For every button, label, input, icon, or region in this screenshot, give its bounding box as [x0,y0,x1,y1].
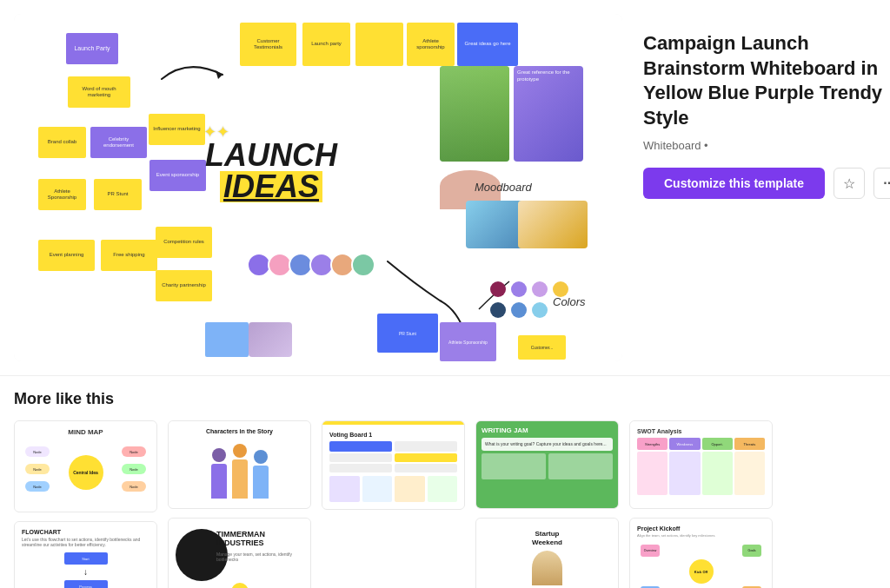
color-swatch [511,281,527,297]
thumbnail-card-voting[interactable]: Voting Board 1 [322,420,465,510]
sticky-note: Customer... [518,335,566,360]
thumb-column-4: WRITING JAM What is your writing goal? C… [475,420,619,588]
avatar [351,253,375,277]
sticky-note: Athlete Sponsorship [38,179,86,210]
template-subtitle: Whiteboard • [643,139,890,152]
ellipsis-icon: ··· [883,175,890,191]
sticky-note: Charity partnership [156,270,212,301]
color-swatch [532,281,548,297]
whiteboard-canvas: Launch Party Word of mouth marketing Bra… [14,14,622,361]
sticky-note: Influencer marketing [149,114,205,145]
template-title: Campaign Launch Brainstorm Whiteboard in… [643,31,890,130]
sticky-note: Athlete Sponsorship [440,322,496,361]
thumbnail-card-mindmap[interactable]: MIND MAP Central Idea Node Node Node Nod… [14,420,157,512]
sticky-note: Event sponsorship [149,160,206,191]
thumb-column-5: SWOT Analysis Strengths Weakness Opport.… [629,420,773,588]
sticky-note: Competition rules [156,227,212,258]
customize-button[interactable]: Customize this template [643,168,825,199]
sticky-note: Launch party [302,23,350,66]
colors-label: Colors [553,295,586,308]
star-button[interactable]: ☆ [834,168,865,199]
color-swatch [511,302,527,318]
sticky-note: PR Stunt [377,314,438,353]
color-swatch [490,281,506,297]
sticky-note [355,23,403,66]
more-section: More like this MIND MAP Central Idea Nod… [0,376,890,588]
color-swatch [490,302,506,318]
thumbnails-grid: MIND MAP Central Idea Node Node Node Nod… [14,420,876,588]
sticky-note: Word of mouth marketing [68,76,130,108]
sticky-note: Athlete sponsorship [407,23,455,66]
launch-ideas-text: LAUNCH IDEAS [205,140,337,202]
moodboard-image: Great reference for the prototype [514,66,583,162]
thumbnail-card-swot[interactable]: SWOT Analysis Strengths Weakness Opport.… [629,420,773,509]
sticky-note: PR Stunt [94,179,142,210]
sticky-note: Free shipping [101,240,157,271]
more-title: More like this [14,390,876,408]
moodboard-image [440,66,509,162]
more-options-button[interactable]: ··· [873,168,890,199]
action-row: Customize this template ☆ ··· [643,168,890,199]
star-icon: ☆ [843,175,855,192]
sticky-note: Celebrity endorsement [90,127,147,158]
color-swatch [532,302,548,318]
template-preview: Launch Party Word of mouth marketing Bra… [14,14,622,361]
moodboard-image [518,201,588,248]
sticky-note [205,322,249,357]
thumb-column-3: Voting Board 1 [322,420,465,588]
moodboard-label: Moodboard [475,181,532,194]
sticky-note: Great ideas go here [457,23,518,66]
info-panel: Campaign Launch Brainstorm Whiteboard in… [622,14,890,361]
sticky-note: Launch Party [66,33,118,64]
thumbnail-card-kickoff[interactable]: Project Kickoff Align the team, set acti… [629,518,773,588]
thumb-column-2: Characters in the Story [168,420,311,588]
sticky-note: Event planning [38,240,95,271]
thumb-column-1: MIND MAP Central Idea Node Node Node Nod… [14,420,157,588]
thumbnail-card-timmerman[interactable]: TIMMERMANINDUSTRIES Manage your team, se… [168,518,311,588]
thumbnail-card-startup[interactable]: StartupWeekend [475,518,619,588]
thumbnail-card-flowchart[interactable]: FLOWCHART Let's use this flowchart to se… [14,521,157,588]
thumbnail-card-writing-jam[interactable]: WRITING JAM What is your writing goal? C… [475,420,619,509]
top-section: Launch Party Word of mouth marketing Bra… [0,0,890,376]
thumbnail-card-characters[interactable]: Characters in the Story [168,420,311,509]
svg-marker-0 [216,70,222,79]
sticky-note: Brand collab [38,127,86,158]
sticky-note: Customer Testimonials [240,23,296,66]
